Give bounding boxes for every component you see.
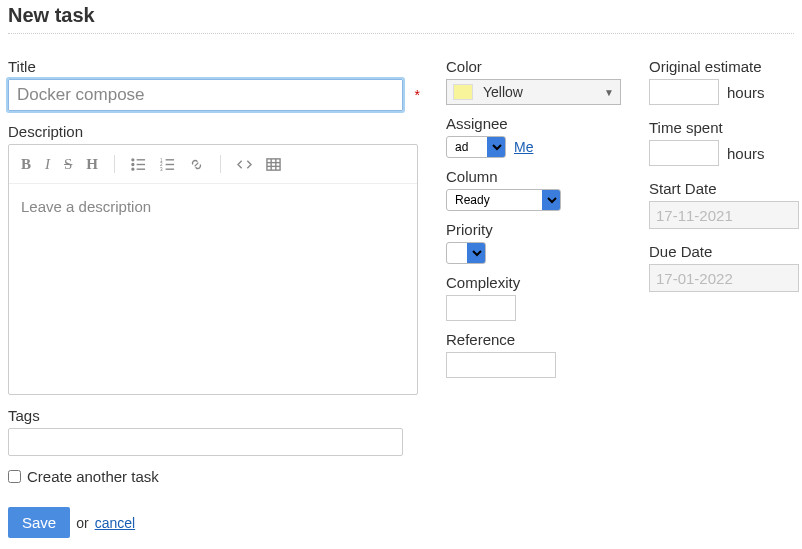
- ordered-list-icon[interactable]: 123: [160, 157, 175, 172]
- svg-point-4: [132, 168, 134, 170]
- svg-text:3: 3: [160, 167, 163, 172]
- svg-point-0: [132, 158, 134, 160]
- separator: [114, 155, 115, 173]
- reference-label: Reference: [446, 331, 621, 348]
- italic-icon[interactable]: I: [45, 156, 50, 173]
- due-date-input[interactable]: [649, 264, 799, 292]
- due-date-label: Due Date: [649, 243, 802, 260]
- tags-input[interactable]: [8, 428, 403, 456]
- description-textarea[interactable]: Leave a description: [9, 184, 417, 394]
- table-icon[interactable]: [266, 157, 281, 172]
- chevron-down-icon: ▼: [604, 87, 614, 98]
- svg-point-2: [132, 163, 134, 165]
- unordered-list-icon[interactable]: [131, 157, 146, 172]
- title-input[interactable]: [8, 79, 403, 111]
- color-select[interactable]: Yellow ▼: [446, 79, 621, 105]
- color-label: Color: [446, 58, 621, 75]
- bold-icon[interactable]: B: [21, 156, 31, 173]
- save-button[interactable]: Save: [8, 507, 70, 538]
- column-label: Column: [446, 168, 621, 185]
- editor-toolbar: B I S H 123: [9, 145, 417, 184]
- assignee-label: Assignee: [446, 115, 621, 132]
- heading-icon[interactable]: H: [86, 156, 98, 173]
- reference-input[interactable]: [446, 352, 556, 378]
- required-indicator: *: [415, 87, 420, 103]
- time-spent-input[interactable]: [649, 140, 719, 166]
- start-date-input[interactable]: [649, 201, 799, 229]
- time-spent-label: Time spent: [649, 119, 802, 136]
- description-label: Description: [8, 123, 418, 140]
- assignee-select[interactable]: admin: [446, 136, 506, 158]
- page-title: New task: [8, 0, 794, 34]
- color-swatch-icon: [453, 84, 473, 100]
- create-another-label: Create another task: [27, 468, 159, 485]
- original-estimate-label: Original estimate: [649, 58, 802, 75]
- start-date-label: Start Date: [649, 180, 802, 197]
- title-label: Title: [8, 58, 418, 75]
- priority-select[interactable]: 0: [446, 242, 486, 264]
- original-estimate-input[interactable]: [649, 79, 719, 105]
- create-another-checkbox[interactable]: [8, 470, 21, 483]
- original-estimate-unit: hours: [727, 84, 765, 101]
- priority-label: Priority: [446, 221, 621, 238]
- tags-label: Tags: [8, 407, 418, 424]
- complexity-input[interactable]: [446, 295, 516, 321]
- link-icon[interactable]: [189, 157, 204, 172]
- svg-rect-12: [267, 158, 280, 169]
- color-value: Yellow: [483, 84, 523, 100]
- cancel-link[interactable]: cancel: [95, 515, 135, 531]
- description-editor: B I S H 123 Leave a description: [8, 144, 418, 395]
- time-spent-unit: hours: [727, 145, 765, 162]
- or-text: or: [76, 515, 88, 531]
- strike-icon[interactable]: S: [64, 156, 72, 173]
- separator: [220, 155, 221, 173]
- code-icon[interactable]: [237, 157, 252, 172]
- complexity-label: Complexity: [446, 274, 621, 291]
- assignee-me-link[interactable]: Me: [514, 139, 533, 155]
- column-select[interactable]: Ready: [446, 189, 561, 211]
